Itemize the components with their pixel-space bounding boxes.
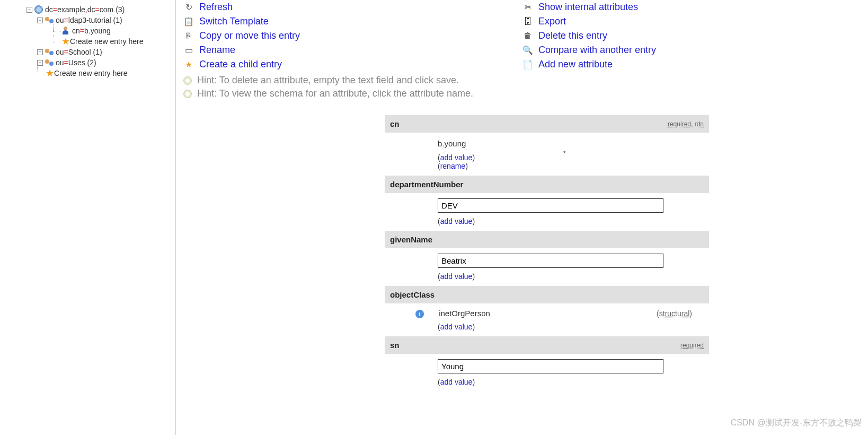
tree-line-icon xyxy=(37,67,45,74)
copy-icon: ⎘ xyxy=(183,31,194,41)
tools-icon: ✂ xyxy=(522,2,533,13)
person-icon xyxy=(61,27,70,35)
hints: Hint: To delete an attribute, empty the … xyxy=(183,74,862,100)
ou-icon xyxy=(45,58,54,67)
tree-create-1[interactable]: ★ Create new entry here xyxy=(26,36,175,47)
cn-value[interactable]: b.young xyxy=(438,138,660,149)
sidebar-tree: − dc=example,dc=com (3) − ou=ldap3-tutor… xyxy=(0,0,176,435)
tree-cn-byoung[interactable]: cn=b.young xyxy=(26,25,175,36)
ou-icon xyxy=(45,16,54,24)
dept-input[interactable] xyxy=(438,198,663,213)
action-refresh[interactable]: ↻ Refresh xyxy=(183,0,522,14)
action-bar: ↻ Refresh 📋 Switch Template ⎘ Copy or mo… xyxy=(183,0,862,72)
action-compare[interactable]: 🔍 Compare with another entry xyxy=(522,43,862,57)
collapse-icon[interactable]: − xyxy=(26,7,32,13)
star-icon: ★ xyxy=(183,59,194,70)
objectclass-add-value-link[interactable]: add value xyxy=(440,323,473,331)
action-switch-template[interactable]: 📋 Switch Template xyxy=(183,14,522,29)
export-icon xyxy=(522,16,533,27)
globe-icon xyxy=(34,5,43,14)
star-icon: ★ xyxy=(46,69,54,77)
add-icon: 📄 xyxy=(522,59,533,70)
cn-rename-link[interactable]: rename xyxy=(440,162,465,170)
switch-icon: 📋 xyxy=(183,16,194,27)
tree-ou-school[interactable]: + ou=School (1) xyxy=(26,47,175,57)
info-icon[interactable]: i xyxy=(415,310,424,318)
action-add-attr[interactable]: 📄 Add new attribute xyxy=(522,57,862,72)
sn-add-value-link[interactable]: add value xyxy=(440,378,473,386)
ou-icon xyxy=(45,48,54,56)
star-icon: ★ xyxy=(61,38,70,45)
attr-header-givenname[interactable]: givenName xyxy=(385,231,709,248)
main-panel: ↻ Refresh 📋 Switch Template ⎘ Copy or mo… xyxy=(176,0,868,435)
tree-create-2[interactable]: ★ Create new entry here xyxy=(26,68,175,79)
bulb-icon xyxy=(183,90,192,98)
required-asterisk: * xyxy=(563,149,566,158)
attribute-table: cn required, rdn b.young * (add value) (… xyxy=(385,115,709,392)
givenname-add-value-link[interactable]: add value xyxy=(440,272,473,281)
action-rename[interactable]: ▭ Rename xyxy=(183,43,522,57)
hint-delete: Hint: To delete an attribute, empty the … xyxy=(183,74,862,87)
attr-header-objectclass[interactable]: objectClass xyxy=(385,286,709,303)
action-create-child[interactable]: ★ Create a child entry xyxy=(183,57,522,72)
tree-ou-uses[interactable]: + ou=Uses (2) xyxy=(26,57,175,68)
action-show-internal[interactable]: ✂ Show internal attributes xyxy=(522,0,862,14)
tree-line-icon xyxy=(53,35,60,42)
tree-ou-ldap3[interactable]: − ou=ldap3-tutorial (1) xyxy=(26,15,175,25)
tree-line-icon xyxy=(53,24,60,32)
hint-schema: Hint: To view the schema for an attribut… xyxy=(183,87,862,100)
action-copy-move[interactable]: ⎘ Copy or move this entry xyxy=(183,29,522,43)
tree-root[interactable]: − dc=example,dc=com (3) xyxy=(26,4,175,15)
trash-icon: 🗑 xyxy=(522,31,533,41)
watermark: CSDN @测试开发-东方不败之鸭梨 xyxy=(731,417,862,429)
collapse-icon[interactable]: − xyxy=(37,18,43,23)
sn-input[interactable] xyxy=(438,359,663,373)
dept-add-value-link[interactable]: add value xyxy=(440,217,473,225)
attr-header-dept[interactable]: departmentNumber xyxy=(385,176,709,193)
objectclass-value: inetOrgPerson xyxy=(439,309,490,318)
bulb-icon xyxy=(183,76,192,85)
search-icon: 🔍 xyxy=(522,45,533,56)
expand-icon[interactable]: + xyxy=(37,60,43,66)
action-export[interactable]: Export xyxy=(522,14,862,29)
givenname-input[interactable] xyxy=(438,254,663,268)
rename-icon: ▭ xyxy=(183,45,194,56)
refresh-icon: ↻ xyxy=(183,2,194,13)
cn-add-value-link[interactable]: add value xyxy=(440,153,473,162)
attr-header-sn[interactable]: sn required xyxy=(385,336,709,354)
expand-icon[interactable]: + xyxy=(37,49,43,55)
action-delete[interactable]: 🗑 Delete this entry xyxy=(522,29,862,43)
attr-header-cn[interactable]: cn required, rdn xyxy=(385,115,709,133)
